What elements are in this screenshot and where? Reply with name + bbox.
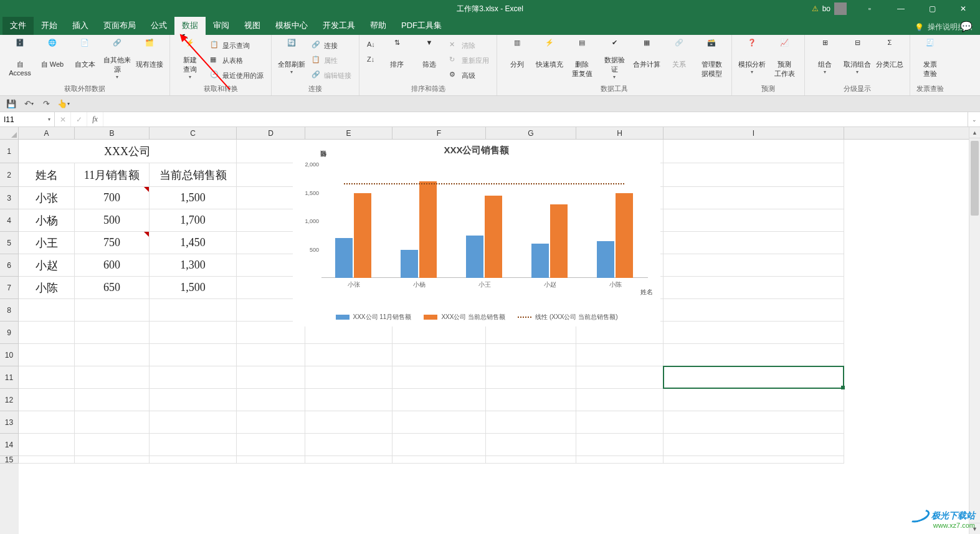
cell-C3[interactable]: 1,500 [150,187,237,209]
remove-duplicates-button[interactable]: ▤删除 重复值 [567,37,597,80]
connections-button[interactable]: 🔗连接 [309,39,354,52]
ungroup-button[interactable]: ⊟取消组合▾ [842,37,872,80]
cell-C4[interactable]: 1,700 [150,209,237,232]
row-header-1[interactable]: 1 [0,140,19,163]
cell-E14[interactable] [305,434,392,456]
cell-F14[interactable] [392,434,486,456]
sort-asc-button[interactable]: A↓ [364,39,379,52]
cell-B3[interactable]: 700 [75,187,150,209]
row-header-5[interactable]: 5 [0,232,19,254]
cell-C13[interactable] [150,411,237,434]
row-header-8[interactable]: 8 [0,299,19,322]
cell-H15[interactable] [576,456,664,464]
col-header-D[interactable]: D [237,127,305,139]
cell-B11[interactable] [75,366,150,389]
column-headers[interactable]: ABCDEFGHI [19,127,969,140]
cell-F13[interactable] [392,411,486,434]
cell-F10[interactable] [392,344,486,366]
cell-A11[interactable] [19,366,75,389]
formula-input[interactable] [103,112,968,126]
account-area[interactable]: ⚠ bo [806,2,853,15]
cell-F11[interactable] [392,366,486,389]
cell-G14[interactable] [486,434,576,456]
group-button[interactable]: ⊞组合▾ [810,37,840,80]
cell-B10[interactable] [75,344,150,366]
cell-C5[interactable]: 1,450 [150,232,237,254]
tab-公式[interactable]: 公式 [143,17,174,35]
cell-I5[interactable] [664,232,844,254]
cell-I3[interactable] [664,187,844,209]
touch-mode-button[interactable]: 👆▾ [56,97,71,111]
cell-D14[interactable] [237,434,305,456]
cell-H14[interactable] [576,434,664,456]
cell-D11[interactable] [237,366,305,389]
row-headers[interactable]: 123456789101112131415 [0,140,19,534]
col-header-G[interactable]: G [486,127,576,139]
formula-bar-expand[interactable]: ⌄ [968,112,980,126]
cell-A6[interactable]: 小赵 [19,254,75,277]
cell-B4[interactable]: 500 [75,209,150,232]
cell-B2[interactable]: 11月销售额 [75,163,150,187]
cell-G11[interactable] [486,366,576,389]
text-to-columns-button[interactable]: ▥分列 [502,37,532,80]
cell-F15[interactable] [392,456,486,464]
cell-G15[interactable] [486,456,576,464]
comments-icon[interactable]: 💬 [955,17,978,35]
cell-G13[interactable] [486,411,576,434]
tab-页面布局[interactable]: 页面布局 [96,17,143,35]
data-model-button[interactable]: 🗃️管理数 据模型 [697,37,726,80]
tab-帮助[interactable]: 帮助 [363,17,394,35]
cell-I7[interactable] [664,277,844,299]
cell-A3[interactable]: 小张 [19,187,75,209]
cell-E13[interactable] [305,411,392,434]
cell-B5[interactable]: 750 [75,232,150,254]
sort-desc-button[interactable]: Z↓ [364,54,379,67]
select-all-corner[interactable] [0,127,19,140]
cell-C6[interactable]: 1,300 [150,254,237,277]
cell-B9[interactable] [75,322,150,344]
invoice-verify-button[interactable]: 🧾发票 查验 [915,37,945,80]
advanced-filter-button[interactable]: ⚙高级 [447,69,492,82]
col-header-F[interactable]: F [392,127,486,139]
name-box-input[interactable] [4,115,35,124]
cell-I9[interactable] [664,322,844,344]
tab-开始[interactable]: 开始 [34,17,65,35]
whatif-button[interactable]: ❓模拟分析▾ [737,37,767,80]
cell-E12[interactable] [305,389,392,411]
undo-button[interactable]: ↶▾ [21,97,36,111]
row-header-3[interactable]: 3 [0,187,19,209]
cell-I11[interactable] [664,366,844,389]
cell-C10[interactable] [150,344,237,366]
cell-I14[interactable] [664,434,844,456]
flash-fill-button[interactable]: ⚡快速填充 [535,37,564,80]
chart-object[interactable]: XXX公司销售额 销售额 姓名 5001,0001,5002,000小张小杨小王… [293,140,660,327]
row-header-6[interactable]: 6 [0,254,19,277]
cell-C15[interactable] [150,456,237,464]
cell-A1[interactable]: XXX公司 [19,140,237,163]
cell-H13[interactable] [576,411,664,434]
cell-I12[interactable] [664,389,844,411]
scroll-thumb[interactable] [971,141,979,216]
cell-H12[interactable] [576,389,664,411]
redo-button[interactable]: ↷ [39,97,54,111]
row-header-15[interactable]: 15 [0,456,19,464]
tab-数据[interactable]: 数据 [174,17,206,35]
from-text-button[interactable]: 📄自文本 [70,37,100,80]
row-header-14[interactable]: 14 [0,434,19,456]
col-header-E[interactable]: E [305,127,392,139]
cell-D15[interactable] [237,456,305,464]
scroll-down-button[interactable]: ▼ [969,523,980,534]
tab-PDF工具集[interactable]: PDF工具集 [394,17,449,35]
cell-I2[interactable] [664,163,844,187]
filter-button[interactable]: ▼筛选 [414,37,444,80]
col-header-H[interactable]: H [576,127,664,139]
cell-A10[interactable] [19,344,75,366]
row-header-10[interactable]: 10 [0,344,19,366]
cell-A4[interactable]: 小杨 [19,209,75,232]
refresh-all-button[interactable]: 🔄全部刷新▾ [277,37,307,80]
consolidate-button[interactable]: ▦合并计算 [632,37,662,80]
forecast-sheet-button[interactable]: 📈预测 工作表 [769,37,799,80]
cell-E11[interactable] [305,366,392,389]
cell-A5[interactable]: 小王 [19,232,75,254]
cell-A9[interactable] [19,322,75,344]
